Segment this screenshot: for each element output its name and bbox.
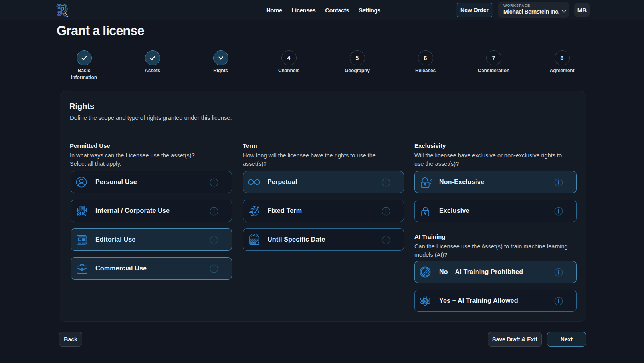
svg-text:AI: AI [424, 299, 427, 303]
